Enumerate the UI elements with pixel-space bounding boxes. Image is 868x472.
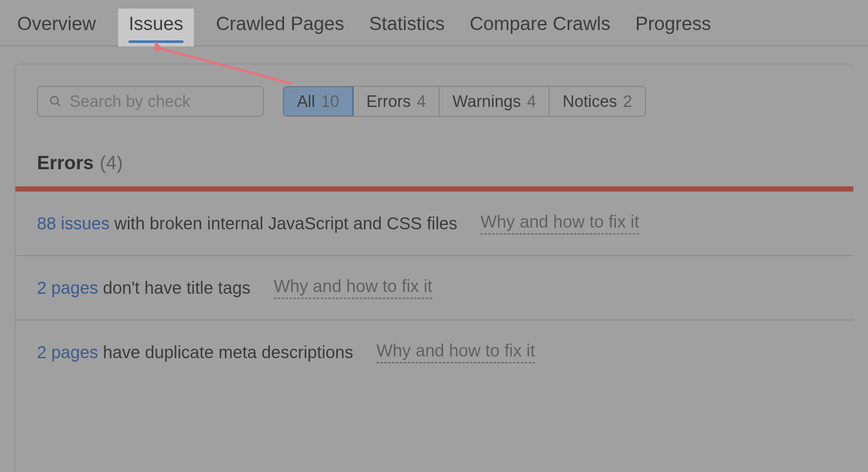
search-icon [49,95,62,108]
filter-errors[interactable]: Errors 4 [354,87,440,116]
filter-all-count: 10 [321,92,339,111]
issue-description: don't have title tags [98,278,251,297]
fix-link[interactable]: Why and how to fix it [480,212,639,234]
tab-progress[interactable]: Progress [633,9,714,46]
filter-warnings-label: Warnings [452,92,521,111]
filter-segmented-control: All 10 Errors 4 Warnings 4 Notices 2 [283,86,646,117]
svg-point-1 [51,97,58,104]
tab-crawled-pages[interactable]: Crawled Pages [214,9,347,46]
filter-all[interactable]: All 10 [283,86,354,117]
filter-errors-label: Errors [367,92,411,111]
issue-count-link[interactable]: 88 issues [37,214,110,233]
issue-description: have duplicate meta descriptions [98,343,353,362]
issue-row: 88 issues with broken internal JavaScrip… [15,192,853,256]
controls-row: All 10 Errors 4 Warnings 4 Notices 2 [37,86,832,117]
content-panel: All 10 Errors 4 Warnings 4 Notices 2 Err… [0,46,868,472]
filter-all-label: All [297,92,315,111]
filter-notices-count: 2 [623,92,632,111]
fix-link[interactable]: Why and how to fix it [376,341,535,363]
section-count: (4) [100,152,123,174]
tab-compare-crawls[interactable]: Compare Crawls [467,9,613,46]
filter-notices-label: Notices [562,92,617,111]
issue-description: with broken internal JavaScript and CSS … [110,214,457,233]
svg-line-2 [57,103,61,107]
filter-errors-count: 4 [417,92,426,111]
search-input-wrapper[interactable] [37,86,264,117]
filter-warnings[interactable]: Warnings 4 [440,87,550,116]
section-heading: Errors (4) [37,152,832,174]
tab-issues[interactable]: Issues [118,9,193,46]
issue-count-link[interactable]: 2 pages [37,278,98,297]
issue-row: 2 pages don't have title tags Why and ho… [15,256,853,320]
filter-warnings-count: 4 [527,92,536,111]
filter-notices[interactable]: Notices 2 [550,87,645,116]
issue-row: 2 pages have duplicate meta descriptions… [15,320,853,384]
errors-divider [15,186,853,192]
section-title: Errors [37,152,94,174]
nav-tabs: Overview Issues Crawled Pages Statistics… [0,0,868,46]
issue-count-link[interactable]: 2 pages [37,343,98,362]
search-input[interactable] [70,92,252,111]
tab-overview[interactable]: Overview [15,9,98,46]
tab-statistics[interactable]: Statistics [367,9,447,46]
fix-link[interactable]: Why and how to fix it [274,277,432,299]
